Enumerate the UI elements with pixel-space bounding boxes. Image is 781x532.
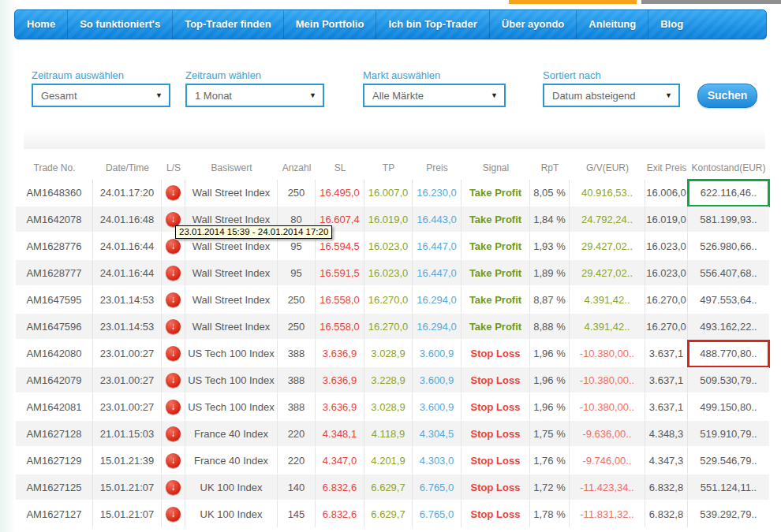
trades-table: Trade No.Date/TimeL/SBasiswertAnzahlSLTP… xyxy=(16,158,769,528)
cell-signal: Stop Loss xyxy=(462,501,530,528)
cell-basiswert: Wall Street Index xyxy=(185,260,278,287)
select-markt-auswahlen[interactable]: Alle Märkte▼ xyxy=(363,84,506,107)
nav-item-top-trader-finden[interactable]: Top-Trader finden xyxy=(173,10,284,39)
column-header-exit-preis: Exit Preis xyxy=(645,158,688,180)
cell-datetime: 24.01.16:44 xyxy=(93,260,162,287)
filter-label-zeitraum-auswahlen: Zeitraum auswählen xyxy=(32,69,124,81)
nav-item-mein-portfolio[interactable]: Mein Portfolio xyxy=(284,10,377,39)
cell-signal: Stop Loss xyxy=(462,421,530,448)
page-left-gradient xyxy=(0,0,16,532)
cell-preis: 6.765,0 xyxy=(413,501,462,528)
filter-section-shadow xyxy=(24,128,765,149)
cell-sl: 16.495,0 xyxy=(316,180,364,206)
short-down-arrow-icon: ↓ xyxy=(166,185,181,200)
cell-gv: 24.792,24.. xyxy=(570,206,645,233)
table-row[interactable]: AM162877624.01.16:44↓Wall Street Index95… xyxy=(16,233,769,260)
cell-basiswert: UK 100 Index xyxy=(185,501,278,528)
cell-tp: 3.028,9 xyxy=(364,340,413,367)
cell-datetime: 24.01.17:20 xyxy=(93,180,162,206)
select-value: Datum absteigend xyxy=(552,90,636,102)
cell-ls: ↓ xyxy=(162,448,185,474)
cell-ls: ↓ xyxy=(162,421,185,448)
cell-gv: 4.391,42.. xyxy=(570,287,645,314)
nav-item-so-funktioniert-s[interactable]: So funktioniert's xyxy=(68,10,173,39)
cell-kontostand: 556.407,68.. xyxy=(688,260,769,287)
cell-sl: 16.558,0 xyxy=(316,314,364,340)
cell-anzahl: 388 xyxy=(278,367,316,394)
cell-trade_no: AM1628777 xyxy=(16,260,93,287)
cell-datetime: 23.01.14:53 xyxy=(93,287,162,314)
column-header-date-time: Date/Time xyxy=(93,158,162,180)
dropdown-arrow-icon: ▼ xyxy=(665,91,672,99)
cell-preis: 16.294,0 xyxy=(413,314,462,340)
cell-trade_no: AM1647595 xyxy=(16,287,93,314)
nav-item-home[interactable]: Home xyxy=(15,10,68,39)
cell-kontostand: 488.770,80.. xyxy=(688,340,769,367)
nav-item-uber-ayondo[interactable]: Über ayondo xyxy=(490,10,577,39)
cell-anzahl: 388 xyxy=(278,394,316,421)
cell-preis: 16.294,0 xyxy=(413,287,462,314)
select-sortiert-nach[interactable]: Datum absteigend▼ xyxy=(543,84,680,107)
table-row[interactable]: AM162877724.01.16:44↓Wall Street Index95… xyxy=(16,260,769,287)
cell-signal: Stop Loss xyxy=(462,340,530,367)
cell-signal: Stop Loss xyxy=(462,448,530,474)
table-row[interactable]: AM162712715.01.21:07↓UK 100 Index1456.83… xyxy=(16,501,769,528)
table-row[interactable]: AM162712515.01.21:07↓UK 100 Index1406.83… xyxy=(16,474,769,501)
cell-exit_preis: 16.023,0 xyxy=(645,260,688,287)
cell-basiswert: US Tech 100 Index xyxy=(185,394,278,421)
cell-exit_preis: 3.637,1 xyxy=(645,394,688,421)
table-row[interactable]: AM164759523.01.14:53↓Wall Street Index25… xyxy=(16,287,769,314)
short-down-arrow-icon: ↓ xyxy=(166,212,181,227)
cell-basiswert: France 40 Index xyxy=(185,421,278,448)
cell-preis: 16.447,0 xyxy=(413,260,462,287)
dropdown-arrow-icon: ▼ xyxy=(309,91,316,99)
nav-item-ich-bin-top-trader[interactable]: Ich bin Top-Trader xyxy=(376,10,489,39)
select-value: Gesamt xyxy=(41,90,77,102)
cell-sl: 3.636,9 xyxy=(316,340,364,367)
table-row[interactable]: AM164836024.01.17:20↓Wall Street Index25… xyxy=(16,180,769,206)
cell-signal: Stop Loss xyxy=(462,474,530,501)
top-strip-orange xyxy=(509,0,637,4)
column-header-anzahl: Anzahl xyxy=(278,158,316,180)
page: HomeSo funktioniert'sTop-Trader findenMe… xyxy=(0,0,781,532)
table-row[interactable]: AM164759623.01.14:53↓Wall Street Index25… xyxy=(16,314,769,340)
cell-kontostand: 509.530,79.. xyxy=(688,367,769,394)
short-down-arrow-icon: ↓ xyxy=(166,480,181,495)
cell-exit_preis: 3.637,1 xyxy=(645,340,688,367)
cell-trade_no: AM1627125 xyxy=(16,474,93,501)
cell-trade_no: AM1648360 xyxy=(16,180,93,206)
cell-preis: 16.443,0 xyxy=(413,206,462,233)
short-down-arrow-icon: ↓ xyxy=(166,373,181,388)
table-body: AM164836024.01.17:20↓Wall Street Index25… xyxy=(16,180,769,528)
cell-exit_preis: 16.023,0 xyxy=(645,233,688,260)
cell-basiswert: UK 100 Index xyxy=(185,474,278,501)
nav-item-anleitung[interactable]: Anleitung xyxy=(577,10,648,39)
table-row[interactable]: AM164207824.01.16:48↓Wall Street Index80… xyxy=(16,206,769,233)
cell-preis: 3.600,9 xyxy=(413,394,462,421)
cell-gv: -10.380,00.. xyxy=(570,367,645,394)
cell-ls: ↓ xyxy=(162,501,185,528)
cell-kontostand: 499.150,80.. xyxy=(688,394,769,421)
nav-item-blog[interactable]: Blog xyxy=(648,10,695,39)
short-down-arrow-icon: ↓ xyxy=(166,266,181,281)
cell-ls: ↓ xyxy=(162,287,185,314)
cell-exit_preis: 4.348,3 xyxy=(645,421,688,448)
cell-tp: 3.028,9 xyxy=(364,394,413,421)
cell-signal: Take Profit xyxy=(462,233,530,260)
cell-anzahl: 250 xyxy=(278,180,316,206)
table-row[interactable]: AM164208023.01.00:27↓US Tech 100 Index38… xyxy=(16,340,769,367)
select-zeitraum-wahlen[interactable]: 1 Monat▼ xyxy=(185,84,324,107)
table-row[interactable]: AM164207923.01.00:27↓US Tech 100 Index38… xyxy=(16,367,769,394)
table-row[interactable]: AM162712821.01.15:03↓France 40 Index2204… xyxy=(16,421,769,448)
table-row[interactable]: AM162712915.01.21:39↓France 40 Index2204… xyxy=(16,448,769,474)
select-zeitraum-auswahlen[interactable]: Gesamt▼ xyxy=(32,84,170,107)
cell-trade_no: AM1642081 xyxy=(16,394,93,421)
top-strip-gray xyxy=(641,0,781,4)
cell-tp: 16.270,0 xyxy=(364,287,413,314)
cell-sl: 16.558,0 xyxy=(316,287,364,314)
cell-rpt: 8,87 % xyxy=(530,287,570,314)
cell-rpt: 1,76 % xyxy=(530,448,570,474)
cell-rpt: 1,72 % xyxy=(530,474,570,501)
search-button[interactable]: Suchen xyxy=(697,84,757,108)
table-row[interactable]: AM164208123.01.00:27↓US Tech 100 Index38… xyxy=(16,394,769,421)
